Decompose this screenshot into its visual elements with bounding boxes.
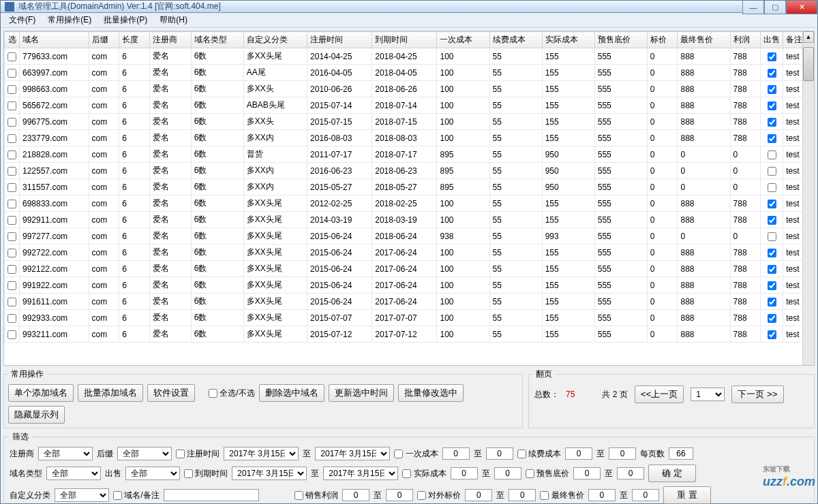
col-header[interactable]: 标价 [647, 32, 678, 48]
table-row[interactable]: 233779.comcom6爱名6数多XX内2016-08-032018-08-… [5, 130, 814, 146]
row-select-checkbox[interactable] [7, 52, 16, 61]
chk-mark[interactable]: 对外标价 [417, 490, 461, 501]
maximize-button[interactable]: ▢ [764, 1, 786, 14]
row-select-checkbox[interactable] [7, 216, 16, 225]
inp-profit-to[interactable] [386, 489, 413, 501]
sel-suffix[interactable]: 全部 [117, 447, 172, 460]
sold-checkbox[interactable] [768, 85, 776, 94]
update-selected-button[interactable]: 更新选中时间 [329, 384, 394, 402]
table-row[interactable]: 565672.comcom6爱名6数ABAB头尾2015-07-142018-0… [5, 97, 814, 114]
table-row[interactable]: 779633.comcom6爱名6数多XX头尾2014-04-252018-04… [5, 48, 814, 65]
sold-checkbox[interactable] [768, 216, 776, 225]
sel-regdate-from[interactable]: 2017年 3月15日 [224, 447, 299, 460]
table-row[interactable]: 998663.comcom6爱名6数多XX头2010-06-262018-06-… [5, 81, 814, 97]
chk-presale[interactable]: 预售底价 [526, 468, 569, 479]
sold-checkbox[interactable] [768, 134, 776, 143]
sel-sold[interactable]: 全部 [125, 467, 180, 480]
sold-checkbox[interactable] [768, 69, 776, 78]
inp-mark-from[interactable] [465, 489, 492, 501]
col-header[interactable]: 选 [5, 32, 20, 48]
sel-regdate-to[interactable]: 2017年 3月15日 [315, 447, 390, 460]
col-header[interactable]: 自定义分类 [243, 32, 307, 48]
sold-checkbox[interactable] [768, 52, 776, 61]
delete-selected-button[interactable]: 删除选中域名 [259, 384, 324, 402]
chk-cost1[interactable]: 一次成本 [394, 448, 438, 460]
add-single-button[interactable]: 单个添加域名 [8, 384, 74, 402]
row-select-checkbox[interactable] [7, 298, 16, 306]
sel-registrar[interactable]: 全部 [38, 447, 93, 460]
row-select-checkbox[interactable] [7, 69, 16, 78]
sold-checkbox[interactable] [768, 183, 776, 192]
row-select-checkbox[interactable] [7, 118, 16, 127]
chk-regdate[interactable]: 注册时间 [176, 448, 219, 460]
sold-checkbox[interactable] [768, 265, 776, 274]
row-select-checkbox[interactable] [7, 134, 16, 143]
row-select-checkbox[interactable] [7, 265, 16, 274]
chk-expdate[interactable]: 到期时间 [184, 468, 228, 479]
sel-customcat[interactable]: 全部 [55, 488, 109, 502]
inp-profit-from[interactable] [342, 489, 369, 501]
table-row[interactable]: 997277.comcom6爱名6数多XX头尾2015-06-242018-06… [5, 228, 814, 245]
table-row[interactable]: 663997.comcom6爱名6数AA尾2016-04-052018-04-0… [5, 65, 814, 81]
table-row[interactable]: 698833.comcom6爱名6数多XX头尾2012-02-252018-02… [5, 195, 814, 212]
row-select-checkbox[interactable] [7, 330, 16, 339]
sold-checkbox[interactable] [768, 281, 776, 290]
inp-domainnote[interactable] [164, 489, 259, 501]
reset-button[interactable]: 重 置 [663, 486, 711, 504]
row-select-checkbox[interactable] [7, 314, 16, 323]
row-select-checkbox[interactable] [7, 232, 16, 241]
sold-checkbox[interactable] [768, 232, 776, 241]
sel-domaintype[interactable]: 全部 [46, 467, 101, 480]
chk-domainnote[interactable]: 域名/备注 [113, 490, 160, 501]
table-row[interactable]: 122557.comcom6爱名6数多XX内2016-06-232018-06-… [5, 163, 814, 179]
col-header[interactable]: 域名类型 [191, 32, 243, 48]
col-header[interactable]: 最终售价 [678, 32, 730, 48]
col-header[interactable]: 预售底价 [594, 32, 647, 48]
confirm-button[interactable]: 确 定 [648, 464, 696, 482]
minimize-button[interactable]: — [742, 1, 764, 14]
table-row[interactable]: 992122.comcom6爱名6数多XX头尾2015-06-242017-06… [5, 261, 814, 277]
sold-checkbox[interactable] [768, 314, 776, 323]
inp-realcost-to[interactable] [494, 467, 521, 479]
row-select-checkbox[interactable] [7, 151, 16, 159]
inp-presale-from[interactable] [573, 467, 601, 479]
chk-profit[interactable]: 销售利润 [294, 490, 338, 501]
row-select-checkbox[interactable] [7, 85, 16, 94]
table-row[interactable]: 218828.comcom6爱名6数普货2011-07-172018-07-17… [5, 146, 814, 163]
sold-checkbox[interactable] [768, 200, 776, 208]
sold-checkbox[interactable] [768, 249, 776, 257]
col-header[interactable]: 续费成本 [489, 32, 542, 48]
sold-checkbox[interactable] [768, 330, 776, 339]
menu-batch[interactable]: 批量操作(P) [98, 13, 153, 27]
col-header[interactable]: 长度 [119, 32, 150, 48]
table-row[interactable]: 991922.comcom6爱名6数多XX头尾2015-06-242017-06… [5, 277, 814, 294]
sold-checkbox[interactable] [768, 167, 776, 176]
inp-mark-to[interactable] [509, 489, 536, 501]
row-select-checkbox[interactable] [7, 167, 16, 176]
settings-button[interactable]: 软件设置 [147, 384, 195, 402]
sold-checkbox[interactable] [768, 151, 776, 159]
sel-expdate-from[interactable]: 2017年 3月15日 [232, 467, 307, 480]
menu-common[interactable]: 常用操作(E) [42, 13, 97, 27]
inp-perpage[interactable] [669, 447, 693, 460]
scroll-thumb[interactable] [803, 47, 814, 81]
toggle-columns-button[interactable]: 隐藏显示列 [8, 406, 65, 424]
chk-final[interactable]: 最终售价 [540, 490, 584, 501]
sold-checkbox[interactable] [768, 101, 776, 110]
sel-expdate-to[interactable]: 2017年 3月15日 [323, 467, 398, 480]
vertical-scrollbar[interactable]: ▲ [802, 31, 814, 365]
col-header[interactable]: 到期时间 [372, 32, 437, 48]
table-row[interactable]: 992933.comcom6爱名6数多XX头尾2015-07-072017-07… [5, 310, 814, 326]
col-header[interactable]: 注册时间 [307, 32, 372, 48]
row-select-checkbox[interactable] [7, 200, 16, 208]
table-row[interactable]: 311557.comcom6爱名6数多XX内2015-05-272018-05-… [5, 179, 814, 195]
row-select-checkbox[interactable] [7, 101, 16, 110]
inp-cost1-from[interactable] [442, 447, 470, 460]
table-row[interactable]: 992722.comcom6爱名6数多XX头尾2015-06-242017-06… [5, 245, 814, 261]
inp-cost2-from[interactable] [565, 447, 592, 460]
table-row[interactable]: 992911.comcom6爱名6数多XX头尾2014-03-192018-03… [5, 212, 814, 228]
prev-page-button[interactable]: <<上一页 [635, 385, 684, 403]
add-batch-button[interactable]: 批量添加域名 [78, 384, 143, 402]
col-header[interactable]: 注册商 [149, 32, 191, 48]
row-select-checkbox[interactable] [7, 183, 16, 192]
